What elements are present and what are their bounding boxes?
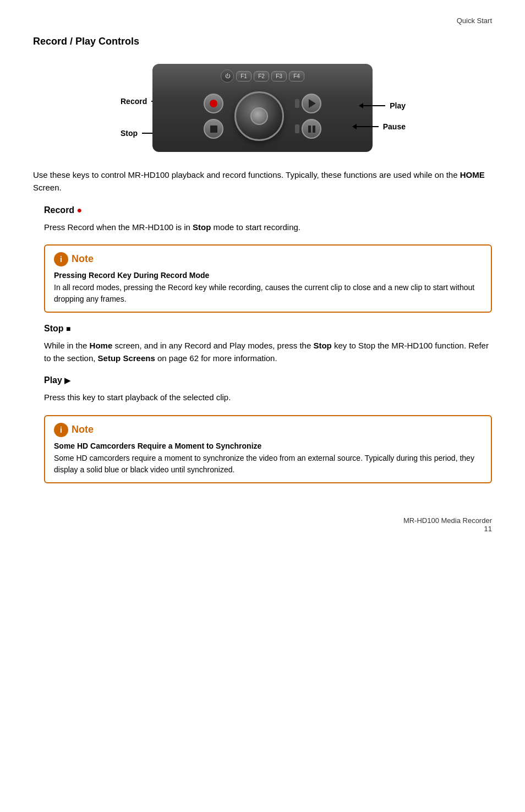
f2-button: F2 <box>254 71 269 81</box>
body-paragraph: Use these keys to control MR-HD100 playb… <box>33 168 492 194</box>
stop-setup-bold: Setup Screens <box>98 353 155 363</box>
play-bullet-icon: ▶ <box>64 376 70 385</box>
note-icon-play: i <box>54 423 68 437</box>
pause-side-pip <box>295 124 299 133</box>
pause-label: Pause <box>352 122 406 131</box>
play-section: Play ▶ Press this key to start playback … <box>44 375 492 483</box>
record-button <box>204 94 223 113</box>
stop-square <box>210 126 217 133</box>
body-text-2: Screen. <box>33 183 62 192</box>
left-controls <box>204 94 223 139</box>
play-label-text: Play <box>390 101 406 110</box>
play-side-pip <box>295 99 299 108</box>
note-header-record: i Note <box>54 252 482 266</box>
controls-row <box>152 91 373 141</box>
note-icon-record: i <box>54 252 68 266</box>
note-title-record: Note <box>72 253 94 265</box>
body-bold: HOME <box>460 170 485 179</box>
stop-section-title: Stop ■ <box>44 324 492 334</box>
device-panel: ⏻ F1 F2 F3 F4 <box>152 64 373 152</box>
page-title: Record / Play Controls <box>33 36 492 47</box>
footer: MR-HD100 Media Recorder 11 <box>33 516 492 533</box>
footer-product: MR-HD100 Media Recorder <box>33 516 492 525</box>
record-bullet-icon: ● <box>77 205 83 215</box>
pause-bar-2 <box>313 126 315 133</box>
note-title-play: Note <box>72 424 94 435</box>
note-body-record: In all record modes, pressing the Record… <box>54 282 482 305</box>
jog-wheel <box>234 91 284 141</box>
play-label: Play <box>352 101 406 110</box>
top-buttons-row: ⏻ F1 F2 F3 F4 <box>221 69 304 83</box>
note-inner-title-record: Pressing Record Key During Record Mode <box>54 271 482 280</box>
power-button: ⏻ <box>221 69 234 83</box>
stop-bullet-icon: ■ <box>66 324 70 333</box>
note-box-record: i Note Pressing Record Key During Record… <box>44 244 492 313</box>
stop-button <box>204 119 223 139</box>
pause-button <box>302 119 321 139</box>
record-section: Record ● Press Record when the MR-HD100 … <box>44 205 492 313</box>
play-body: Press this key to start playback of the … <box>44 391 492 404</box>
play-arrow <box>359 103 385 108</box>
record-body: Press Record when the MR-HD100 is in Sto… <box>44 221 492 233</box>
record-section-title: Record ● <box>44 205 492 215</box>
pause-arrow <box>352 124 379 129</box>
note-header-play: i Note <box>54 423 482 437</box>
stop-home-bold: Home <box>90 341 113 350</box>
f3-button: F3 <box>271 71 287 81</box>
f1-button: F1 <box>236 71 251 81</box>
stop-body: While in the Home screen, and in any Rec… <box>44 339 492 365</box>
note-inner-title-play: Some HD Camcorders Require a Moment to S… <box>54 442 482 450</box>
footer-page-number: 11 <box>33 525 492 533</box>
device-diagram: Record Stop ⏻ F1 F2 F3 <box>33 64 492 152</box>
header-section: Quick Start <box>33 17 492 25</box>
jog-center <box>250 107 268 125</box>
body-text-1: Use these keys to control MR-HD100 playb… <box>33 170 460 179</box>
record-label-text: Record <box>121 97 147 106</box>
stop-stop-bold: Stop <box>313 341 331 350</box>
record-stop-bold: Stop <box>193 222 211 232</box>
play-triangle <box>309 99 316 108</box>
pause-label-text: Pause <box>383 122 406 131</box>
f4-button: F4 <box>289 71 304 81</box>
pause-bar-1 <box>308 126 311 133</box>
record-dot <box>210 100 217 107</box>
note-body-play: Some HD camcorders require a moment to s… <box>54 453 482 476</box>
play-button <box>302 94 321 113</box>
stop-section: Stop ■ While in the Home screen, and in … <box>44 324 492 365</box>
play-section-title: Play ▶ <box>44 375 492 385</box>
note-box-play: i Note Some HD Camcorders Require a Mome… <box>44 415 492 483</box>
stop-label-text: Stop <box>121 129 138 138</box>
